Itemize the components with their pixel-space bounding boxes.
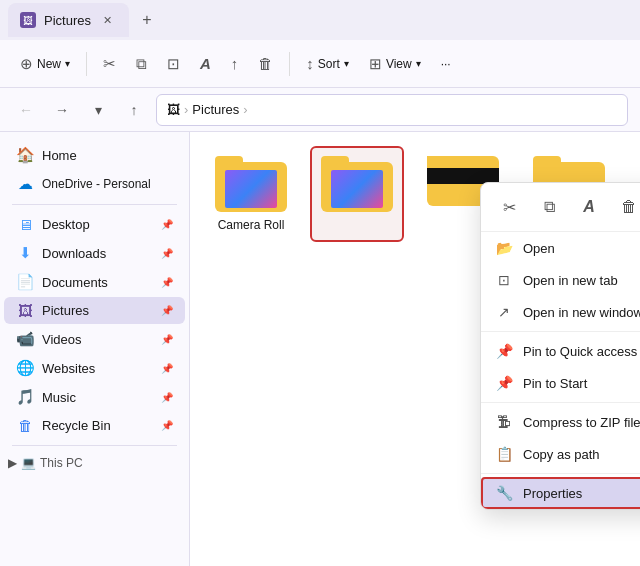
pin-icon-desktop: 📌 — [161, 219, 173, 230]
videos-icon: 📹 — [16, 330, 34, 348]
tab-title: Pictures — [44, 13, 91, 28]
sidebar-label-recycle: Recycle Bin — [42, 418, 153, 433]
cm-open-icon: 📂 — [495, 240, 513, 256]
rename-button[interactable]: A — [192, 49, 219, 78]
cm-delete-button[interactable]: 🗑 — [613, 191, 640, 223]
recycle-icon: 🗑 — [16, 417, 34, 434]
cm-pin-quick-icon: 📌 — [495, 343, 513, 359]
cm-rename-icon: A — [583, 198, 595, 216]
sidebar-label-videos: Videos — [42, 332, 153, 347]
new-button[interactable]: ⊕ New ▾ — [12, 49, 78, 79]
paste-icon: ⊡ — [167, 55, 180, 73]
view-chevron-icon: ▾ — [416, 58, 421, 69]
sidebar-item-music[interactable]: 🎵 Music 📌 — [4, 383, 185, 411]
cm-item-open-new-window[interactable]: ↗ Open in new window — [481, 296, 640, 328]
cm-cut-icon: ✂ — [503, 198, 516, 217]
cm-item-pin-start[interactable]: 📌 Pin to Start — [481, 367, 640, 399]
pin-icon-pictures: 📌 — [161, 305, 173, 316]
sidebar-thispc-section[interactable]: ▶ 💻 This PC — [0, 452, 189, 474]
content-area: Camera Roll — [190, 132, 640, 566]
share-icon: ↑ — [231, 55, 239, 72]
cm-properties-icon: 🔧 — [495, 485, 513, 501]
rename-icon: A — [200, 55, 211, 72]
path-part1: Pictures — [192, 102, 239, 117]
back-button[interactable]: ← — [12, 96, 40, 124]
folder-selected[interactable] — [312, 148, 402, 240]
pin-icon-websites: 📌 — [161, 363, 173, 374]
sort-icon: ↕ — [306, 55, 314, 72]
sidebar-label-home: Home — [42, 148, 173, 163]
thispc-icon: 💻 — [21, 456, 36, 470]
copy-button[interactable]: ⧉ — [128, 49, 155, 79]
context-menu-toolbar: ✂ ⧉ A 🗑 — [481, 183, 640, 232]
pin-icon-music: 📌 — [161, 392, 173, 403]
share-button[interactable]: ↑ — [223, 49, 247, 78]
folder-camera-roll-icon — [215, 156, 287, 212]
cm-cut-button[interactable]: ✂ — [493, 191, 525, 223]
sidebar-item-websites[interactable]: 🌐 Websites 📌 — [4, 354, 185, 382]
documents-icon: 📄 — [16, 273, 34, 291]
cm-delete-icon: 🗑 — [621, 198, 637, 216]
more-icon: ··· — [441, 57, 451, 71]
pin-icon-videos: 📌 — [161, 334, 173, 345]
sort-button[interactable]: ↕ Sort ▾ — [298, 49, 357, 78]
cm-divider-1 — [481, 331, 640, 332]
sort-chevron-icon: ▾ — [344, 58, 349, 69]
sidebar-item-pictures[interactable]: 🖼 Pictures 📌 — [4, 297, 185, 324]
sidebar-label-onedrive: OneDrive - Personal — [42, 177, 173, 191]
sidebar-item-recycle[interactable]: 🗑 Recycle Bin 📌 — [4, 412, 185, 439]
music-icon: 🎵 — [16, 388, 34, 406]
address-path[interactable]: 🖼 › Pictures › — [156, 94, 628, 126]
recent-button[interactable]: ▾ — [84, 96, 112, 124]
cm-pin-quick-label: Pin to Quick access — [523, 344, 640, 359]
pictures-tab-icon: 🖼 — [20, 12, 36, 28]
path-icon: 🖼 — [167, 102, 180, 117]
folder-camera-roll[interactable]: Camera Roll — [206, 148, 296, 240]
cm-copy-path-icon: 📋 — [495, 446, 513, 462]
new-tab-button[interactable]: + — [133, 6, 161, 34]
toolbar: ⊕ New ▾ ✂ ⧉ ⊡ A ↑ 🗑 ↕ Sort ▾ ⊞ View ▾ ··… — [0, 40, 640, 88]
thispc-label: This PC — [40, 456, 83, 470]
toolbar-sep-2 — [289, 52, 290, 76]
forward-button[interactable]: → — [48, 96, 76, 124]
sidebar-item-documents[interactable]: 📄 Documents 📌 — [4, 268, 185, 296]
desktop-icon: 🖥 — [16, 216, 34, 233]
cm-copy-button[interactable]: ⧉ — [533, 191, 565, 223]
sidebar-item-desktop[interactable]: 🖥 Desktop 📌 — [4, 211, 185, 238]
cm-properties-label: Properties — [523, 486, 640, 501]
sidebar-item-home[interactable]: 🏠 Home — [4, 141, 185, 169]
folder-selected-icon — [321, 156, 393, 212]
cm-item-compress[interactable]: 🗜 Compress to ZIP file — [481, 406, 640, 438]
cm-divider-3 — [481, 473, 640, 474]
cm-new-window-icon: ↗ — [495, 304, 513, 320]
more-button[interactable]: ··· — [433, 51, 459, 77]
sidebar-divider-2 — [12, 445, 177, 446]
sidebar-item-videos[interactable]: 📹 Videos 📌 — [4, 325, 185, 353]
sidebar-divider — [12, 204, 177, 205]
delete-icon: 🗑 — [258, 55, 273, 72]
view-button[interactable]: ⊞ View ▾ — [361, 49, 429, 79]
path-separator-2: › — [243, 102, 247, 117]
cm-item-properties[interactable]: 🔧 Properties Alt+Enter — [481, 477, 640, 509]
pictures-icon: 🖼 — [16, 302, 34, 319]
paste-button[interactable]: ⊡ — [159, 49, 188, 79]
cut-button[interactable]: ✂ — [95, 49, 124, 79]
sidebar-item-downloads[interactable]: ⬇ Downloads 📌 — [4, 239, 185, 267]
cm-rename-button[interactable]: A — [573, 191, 605, 223]
cm-compress-icon: 🗜 — [495, 414, 513, 430]
pin-icon-downloads: 📌 — [161, 248, 173, 259]
cm-item-open[interactable]: 📂 Open Enter — [481, 232, 640, 264]
cm-item-copy-path[interactable]: 📋 Copy as path Ctrl+Shift+C — [481, 438, 640, 470]
onedrive-icon: ☁ — [16, 175, 34, 193]
main-layout: 🏠 Home ☁ OneDrive - Personal 🖥 Desktop 📌… — [0, 132, 640, 566]
delete-button[interactable]: 🗑 — [250, 49, 281, 78]
up-button[interactable]: ↑ — [120, 96, 148, 124]
cm-item-pin-quick[interactable]: 📌 Pin to Quick access — [481, 335, 640, 367]
sidebar-item-onedrive[interactable]: ☁ OneDrive - Personal — [4, 170, 185, 198]
pin-icon-documents: 📌 — [161, 277, 173, 288]
tab-close-button[interactable]: ✕ — [99, 11, 117, 29]
tab-pictures[interactable]: 🖼 Pictures ✕ — [8, 3, 129, 37]
cm-copy-path-label: Copy as path — [523, 447, 640, 462]
copy-icon: ⧉ — [136, 55, 147, 73]
cm-item-open-new-tab[interactable]: ⊡ Open in new tab — [481, 264, 640, 296]
